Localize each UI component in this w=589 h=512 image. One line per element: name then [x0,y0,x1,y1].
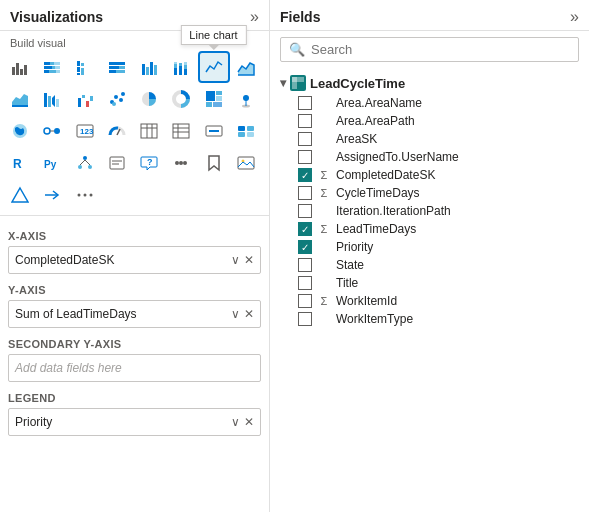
field-sections: X-axis CompletedDateSK ∨ ✕ Y-axis Sum of… [0,220,269,512]
viz-arrow-icon[interactable] [38,181,66,209]
y-axis-value: Sum of LeadTimeDays [15,307,137,321]
svg-point-80 [83,156,87,160]
viz-smart-narrative-icon[interactable] [103,149,131,177]
viz-stacked-bar-icon[interactable] [38,53,66,81]
viz-cluster-col-icon[interactable] [135,53,163,81]
secondary-y-pill[interactable]: Add data fields here [8,354,261,382]
field-name: Iteration.IterationPath [336,204,451,218]
field-item[interactable]: Priority [278,238,581,256]
field-item[interactable]: Area.AreaPath [278,112,581,130]
viz-cluster-bar-icon[interactable] [71,53,99,81]
svg-rect-40 [82,95,85,98]
y-axis-close-icon[interactable]: ✕ [244,307,254,321]
svg-rect-7 [44,66,52,69]
viz-icons-row-4: R Py ? [0,147,269,179]
field-checkbox[interactable] [298,312,312,326]
field-item[interactable]: ΣCompletedDateSK [278,166,581,184]
viz-collapse-icon[interactable]: » [250,8,259,26]
viz-bar-chart-icon[interactable] [6,53,34,81]
field-item[interactable]: AssignedTo.UserName [278,148,581,166]
search-input[interactable] [311,42,570,57]
field-checkbox[interactable] [298,258,312,272]
x-axis-pill[interactable]: CompletedDateSK ∨ ✕ [8,246,261,274]
viz-more-icon[interactable] [71,181,99,209]
viz-stacked-area-icon[interactable] [6,85,34,113]
viz-shape-icon[interactable] [6,181,34,209]
sigma-icon: Σ [318,223,330,235]
svg-rect-31 [179,66,182,75]
viz-line-chart-icon[interactable]: Line chart [200,53,228,81]
fields-panel-header: Fields » [270,0,589,31]
field-checkbox[interactable] [298,96,312,110]
field-item[interactable]: ΣWorkItemId [278,292,581,310]
field-checkbox[interactable] [298,222,312,236]
legend-pill[interactable]: Priority ∨ ✕ [8,408,261,436]
table-group-header[interactable]: ▾ LeadCycleTime [278,72,581,94]
viz-gauge-icon[interactable] [103,117,131,145]
svg-text:?: ? [147,157,153,167]
svg-point-60 [54,128,60,134]
viz-waterfall-icon[interactable] [71,85,99,113]
field-item[interactable]: State [278,256,581,274]
field-item[interactable]: AreaSK [278,130,581,148]
field-checkbox[interactable] [298,168,312,182]
viz-area-icon[interactable] [232,53,260,81]
viz-image-icon[interactable] [232,149,260,177]
x-axis-chevron-icon[interactable]: ∨ [231,253,240,267]
field-checkbox[interactable] [298,204,312,218]
svg-rect-11 [49,70,56,73]
field-item[interactable]: Area.AreaName [278,94,581,112]
svg-rect-3 [24,65,27,75]
x-axis-close-icon[interactable]: ✕ [244,253,254,267]
viz-filled-map-icon[interactable] [6,117,34,145]
viz-table-icon[interactable] [135,117,163,145]
viz-matrix-icon[interactable] [167,117,195,145]
svg-rect-25 [146,67,149,75]
viz-decomp-icon[interactable] [71,149,99,177]
viz-card-icon[interactable] [200,117,228,145]
viz-stacked-col-icon[interactable] [167,53,195,81]
field-checkbox[interactable] [298,240,312,254]
viz-donut-icon[interactable] [167,85,195,113]
viz-r-icon[interactable]: R [6,149,34,177]
svg-rect-12 [56,70,60,73]
field-checkbox[interactable] [298,150,312,164]
viz-qna-icon[interactable]: ? [135,149,163,177]
fields-collapse-icon[interactable]: » [570,8,579,26]
field-item[interactable]: ΣLeadTimeDays [278,220,581,238]
field-checkbox[interactable] [298,276,312,290]
viz-ribbon-icon[interactable] [38,85,66,113]
viz-map-icon[interactable] [232,85,260,113]
svg-rect-24 [142,64,145,75]
field-checkbox[interactable] [298,186,312,200]
field-item[interactable]: ΣCycleTimeDays [278,184,581,202]
viz-python-icon[interactable]: Py [38,149,66,177]
viz-bookmark-icon[interactable] [200,149,228,177]
svg-rect-68 [173,124,189,138]
viz-treemap-icon[interactable] [200,85,228,113]
viz-pie-icon[interactable] [135,85,163,113]
field-item[interactable]: Iteration.IterationPath [278,202,581,220]
search-box[interactable]: 🔍 [280,37,579,62]
svg-rect-13 [77,61,80,66]
expand-chevron-icon: ▾ [280,76,286,90]
viz-bar-100-icon[interactable] [103,53,131,81]
viz-more-visuals-icon[interactable] [167,149,195,177]
viz-key-influencer-icon[interactable] [38,117,66,145]
y-axis-chevron-icon[interactable]: ∨ [231,307,240,321]
svg-point-45 [119,98,123,102]
legend-chevron-icon[interactable]: ∨ [231,415,240,429]
svg-rect-18 [81,72,84,75]
svg-text:R: R [13,157,22,171]
field-checkbox[interactable] [298,132,312,146]
field-checkbox[interactable] [298,114,312,128]
legend-close-icon[interactable]: ✕ [244,415,254,429]
viz-scatter-icon[interactable] [103,85,131,113]
field-checkbox[interactable] [298,294,312,308]
y-axis-pill[interactable]: Sum of LeadTimeDays ∨ ✕ [8,300,261,328]
viz-extra-icon[interactable] [232,117,260,145]
viz-123-card-icon[interactable]: 123 [71,117,99,145]
field-item[interactable]: WorkItemType [278,310,581,328]
field-item[interactable]: Title [278,274,581,292]
svg-rect-39 [78,98,81,107]
